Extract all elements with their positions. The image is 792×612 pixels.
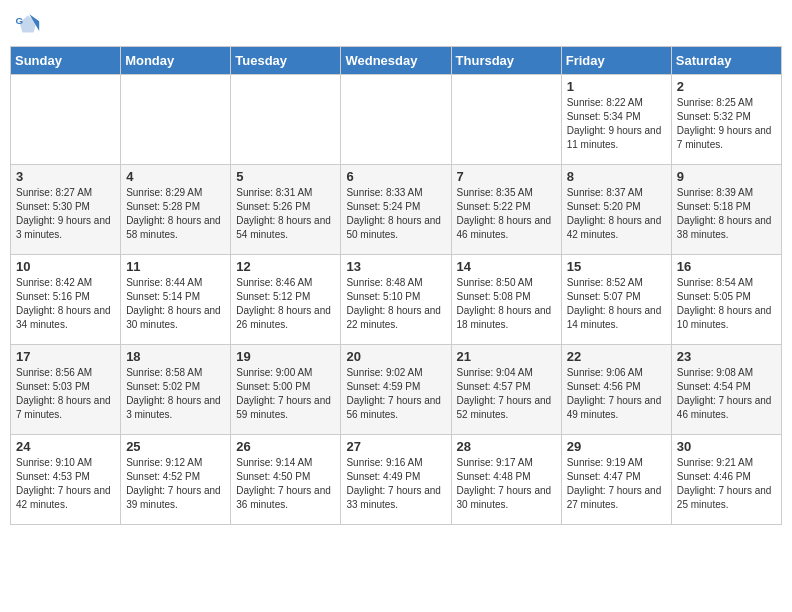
- day-number: 14: [457, 259, 556, 274]
- calendar-week-row: 3Sunrise: 8:27 AMSunset: 5:30 PMDaylight…: [11, 165, 782, 255]
- day-info: Sunrise: 9:10 AMSunset: 4:53 PMDaylight:…: [16, 456, 115, 512]
- day-header-sunday: Sunday: [11, 47, 121, 75]
- day-number: 26: [236, 439, 335, 454]
- day-number: 11: [126, 259, 225, 274]
- day-header-tuesday: Tuesday: [231, 47, 341, 75]
- calendar-cell: 6Sunrise: 8:33 AMSunset: 5:24 PMDaylight…: [341, 165, 451, 255]
- calendar-cell: 26Sunrise: 9:14 AMSunset: 4:50 PMDayligh…: [231, 435, 341, 525]
- calendar-cell: 25Sunrise: 9:12 AMSunset: 4:52 PMDayligh…: [121, 435, 231, 525]
- day-number: 25: [126, 439, 225, 454]
- day-header-wednesday: Wednesday: [341, 47, 451, 75]
- day-info: Sunrise: 9:14 AMSunset: 4:50 PMDaylight:…: [236, 456, 335, 512]
- calendar-cell: 13Sunrise: 8:48 AMSunset: 5:10 PMDayligh…: [341, 255, 451, 345]
- day-info: Sunrise: 8:37 AMSunset: 5:20 PMDaylight:…: [567, 186, 666, 242]
- calendar-cell: 27Sunrise: 9:16 AMSunset: 4:49 PMDayligh…: [341, 435, 451, 525]
- day-info: Sunrise: 8:35 AMSunset: 5:22 PMDaylight:…: [457, 186, 556, 242]
- day-number: 23: [677, 349, 776, 364]
- day-info: Sunrise: 8:56 AMSunset: 5:03 PMDaylight:…: [16, 366, 115, 422]
- day-info: Sunrise: 8:25 AMSunset: 5:32 PMDaylight:…: [677, 96, 776, 152]
- day-number: 18: [126, 349, 225, 364]
- day-info: Sunrise: 8:50 AMSunset: 5:08 PMDaylight:…: [457, 276, 556, 332]
- day-header-friday: Friday: [561, 47, 671, 75]
- day-number: 27: [346, 439, 445, 454]
- day-info: Sunrise: 8:27 AMSunset: 5:30 PMDaylight:…: [16, 186, 115, 242]
- day-info: Sunrise: 8:46 AMSunset: 5:12 PMDaylight:…: [236, 276, 335, 332]
- calendar-cell: 5Sunrise: 8:31 AMSunset: 5:26 PMDaylight…: [231, 165, 341, 255]
- calendar-cell: 29Sunrise: 9:19 AMSunset: 4:47 PMDayligh…: [561, 435, 671, 525]
- day-number: 15: [567, 259, 666, 274]
- day-number: 6: [346, 169, 445, 184]
- calendar-cell: 23Sunrise: 9:08 AMSunset: 4:54 PMDayligh…: [671, 345, 781, 435]
- calendar-cell: 2Sunrise: 8:25 AMSunset: 5:32 PMDaylight…: [671, 75, 781, 165]
- calendar-week-row: 24Sunrise: 9:10 AMSunset: 4:53 PMDayligh…: [11, 435, 782, 525]
- calendar-cell: 30Sunrise: 9:21 AMSunset: 4:46 PMDayligh…: [671, 435, 781, 525]
- calendar-cell: 20Sunrise: 9:02 AMSunset: 4:59 PMDayligh…: [341, 345, 451, 435]
- day-info: Sunrise: 8:52 AMSunset: 5:07 PMDaylight:…: [567, 276, 666, 332]
- day-number: 5: [236, 169, 335, 184]
- day-number: 30: [677, 439, 776, 454]
- calendar-cell: 16Sunrise: 8:54 AMSunset: 5:05 PMDayligh…: [671, 255, 781, 345]
- calendar-cell: 8Sunrise: 8:37 AMSunset: 5:20 PMDaylight…: [561, 165, 671, 255]
- calendar-cell: 21Sunrise: 9:04 AMSunset: 4:57 PMDayligh…: [451, 345, 561, 435]
- day-header-thursday: Thursday: [451, 47, 561, 75]
- calendar-cell: 18Sunrise: 8:58 AMSunset: 5:02 PMDayligh…: [121, 345, 231, 435]
- day-number: 8: [567, 169, 666, 184]
- logo-icon: G: [14, 10, 42, 38]
- day-number: 24: [16, 439, 115, 454]
- day-number: 1: [567, 79, 666, 94]
- day-number: 13: [346, 259, 445, 274]
- calendar-cell: 9Sunrise: 8:39 AMSunset: 5:18 PMDaylight…: [671, 165, 781, 255]
- day-info: Sunrise: 9:00 AMSunset: 5:00 PMDaylight:…: [236, 366, 335, 422]
- day-number: 22: [567, 349, 666, 364]
- calendar-week-row: 1Sunrise: 8:22 AMSunset: 5:34 PMDaylight…: [11, 75, 782, 165]
- calendar-cell: 22Sunrise: 9:06 AMSunset: 4:56 PMDayligh…: [561, 345, 671, 435]
- day-info: Sunrise: 8:31 AMSunset: 5:26 PMDaylight:…: [236, 186, 335, 242]
- day-number: 2: [677, 79, 776, 94]
- day-number: 7: [457, 169, 556, 184]
- calendar-cell: 4Sunrise: 8:29 AMSunset: 5:28 PMDaylight…: [121, 165, 231, 255]
- calendar-cell: 24Sunrise: 9:10 AMSunset: 4:53 PMDayligh…: [11, 435, 121, 525]
- calendar-cell: [11, 75, 121, 165]
- day-number: 29: [567, 439, 666, 454]
- day-info: Sunrise: 8:22 AMSunset: 5:34 PMDaylight:…: [567, 96, 666, 152]
- day-number: 9: [677, 169, 776, 184]
- calendar-header-row: SundayMondayTuesdayWednesdayThursdayFrid…: [11, 47, 782, 75]
- page-header: G: [10, 10, 782, 38]
- day-info: Sunrise: 9:08 AMSunset: 4:54 PMDaylight:…: [677, 366, 776, 422]
- day-info: Sunrise: 9:12 AMSunset: 4:52 PMDaylight:…: [126, 456, 225, 512]
- day-info: Sunrise: 8:29 AMSunset: 5:28 PMDaylight:…: [126, 186, 225, 242]
- calendar-cell: 28Sunrise: 9:17 AMSunset: 4:48 PMDayligh…: [451, 435, 561, 525]
- day-info: Sunrise: 9:02 AMSunset: 4:59 PMDaylight:…: [346, 366, 445, 422]
- day-info: Sunrise: 8:44 AMSunset: 5:14 PMDaylight:…: [126, 276, 225, 332]
- day-info: Sunrise: 8:54 AMSunset: 5:05 PMDaylight:…: [677, 276, 776, 332]
- day-number: 20: [346, 349, 445, 364]
- day-number: 19: [236, 349, 335, 364]
- day-number: 16: [677, 259, 776, 274]
- calendar-cell: [231, 75, 341, 165]
- calendar-cell: 15Sunrise: 8:52 AMSunset: 5:07 PMDayligh…: [561, 255, 671, 345]
- day-info: Sunrise: 8:42 AMSunset: 5:16 PMDaylight:…: [16, 276, 115, 332]
- day-info: Sunrise: 9:17 AMSunset: 4:48 PMDaylight:…: [457, 456, 556, 512]
- day-info: Sunrise: 9:06 AMSunset: 4:56 PMDaylight:…: [567, 366, 666, 422]
- calendar-cell: 17Sunrise: 8:56 AMSunset: 5:03 PMDayligh…: [11, 345, 121, 435]
- day-info: Sunrise: 8:39 AMSunset: 5:18 PMDaylight:…: [677, 186, 776, 242]
- calendar-cell: 11Sunrise: 8:44 AMSunset: 5:14 PMDayligh…: [121, 255, 231, 345]
- day-info: Sunrise: 8:48 AMSunset: 5:10 PMDaylight:…: [346, 276, 445, 332]
- day-number: 28: [457, 439, 556, 454]
- calendar-cell: 1Sunrise: 8:22 AMSunset: 5:34 PMDaylight…: [561, 75, 671, 165]
- day-number: 4: [126, 169, 225, 184]
- day-info: Sunrise: 8:58 AMSunset: 5:02 PMDaylight:…: [126, 366, 225, 422]
- day-number: 17: [16, 349, 115, 364]
- calendar-cell: 3Sunrise: 8:27 AMSunset: 5:30 PMDaylight…: [11, 165, 121, 255]
- day-info: Sunrise: 9:16 AMSunset: 4:49 PMDaylight:…: [346, 456, 445, 512]
- day-info: Sunrise: 9:04 AMSunset: 4:57 PMDaylight:…: [457, 366, 556, 422]
- calendar-week-row: 10Sunrise: 8:42 AMSunset: 5:16 PMDayligh…: [11, 255, 782, 345]
- day-header-saturday: Saturday: [671, 47, 781, 75]
- day-info: Sunrise: 9:19 AMSunset: 4:47 PMDaylight:…: [567, 456, 666, 512]
- day-number: 12: [236, 259, 335, 274]
- day-number: 10: [16, 259, 115, 274]
- logo: G: [14, 10, 46, 38]
- calendar-cell: 12Sunrise: 8:46 AMSunset: 5:12 PMDayligh…: [231, 255, 341, 345]
- day-info: Sunrise: 9:21 AMSunset: 4:46 PMDaylight:…: [677, 456, 776, 512]
- calendar-table: SundayMondayTuesdayWednesdayThursdayFrid…: [10, 46, 782, 525]
